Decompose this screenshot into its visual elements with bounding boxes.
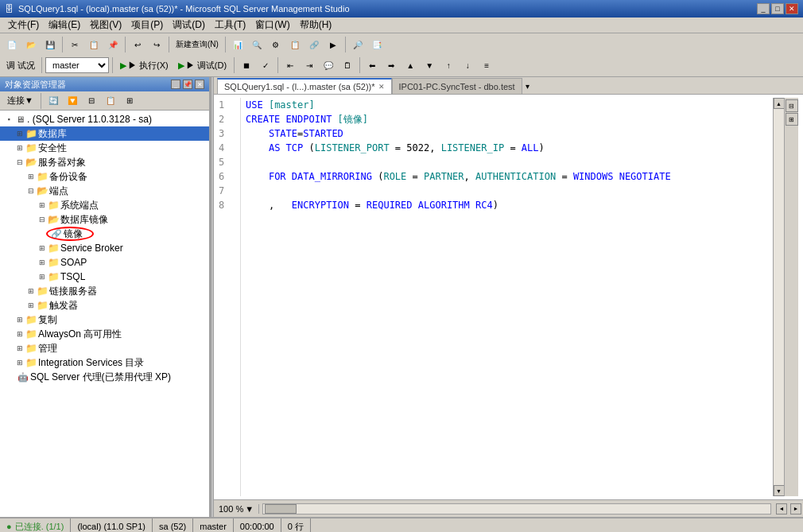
tab-query1[interactable]: SQLQuery1.sql - (l...).master (sa (52))*…: [217, 78, 392, 94]
tree-server-root[interactable]: ▪ 🖥 . (SQL Server 11.0.3128 - sa): [0, 112, 209, 126]
move-down[interactable]: ▼: [421, 56, 438, 74]
tree-item-mirror[interactable]: 🔗 镜像: [0, 227, 209, 241]
editor-scrollbar-v[interactable]: ▲ ▼: [773, 98, 784, 496]
h-scroll-right[interactable]: ►: [790, 503, 801, 515]
right-btn-2[interactable]: ⊞: [786, 113, 798, 126]
user-info: sa (52): [159, 522, 186, 531]
window-controls[interactable]: _ □ ✕: [757, 3, 798, 14]
tree-item-linked-servers[interactable]: ⊞ 📁 链接服务器: [0, 284, 209, 298]
align-left[interactable]: ⬅: [363, 56, 381, 74]
property-button[interactable]: 📋: [102, 92, 119, 110]
database-dropdown[interactable]: master: [45, 57, 109, 73]
alwayson-label: AlwaysOn 高可用性: [38, 328, 122, 341]
tree-item-server-objects[interactable]: ⊟ 📂 服务器对象: [0, 155, 209, 169]
uncomment-button[interactable]: 🗒: [339, 56, 356, 74]
tree-item-replication[interactable]: ⊞ 📁 复制: [0, 313, 209, 327]
editor-right-buttons: ⊟ ⊞: [784, 98, 798, 496]
maximize-button[interactable]: □: [771, 3, 784, 14]
expand-button[interactable]: ⊞: [121, 92, 138, 110]
menu-tools[interactable]: 工具(T): [210, 17, 250, 33]
sql-editor[interactable]: 1 2 3 4 5 6 7 8 USE [master] CREATE ENDP…: [214, 95, 803, 499]
horizontal-scrollbar[interactable]: [262, 503, 771, 515]
tree-item-management[interactable]: ⊞ 📁 管理: [0, 341, 209, 355]
toolbar-btn-10[interactable]: ▶: [324, 36, 342, 53]
sql-content[interactable]: USE [master] CREATE ENDPOINT [镜像] STATE=…: [246, 98, 773, 496]
toolbar-btn-5[interactable]: 📊: [229, 36, 246, 53]
panel-pin[interactable]: 📌: [183, 80, 192, 89]
align-right[interactable]: ➡: [382, 56, 400, 74]
toolbar-label-sql: 调 试况: [3, 60, 38, 72]
redo-button[interactable]: ↪: [148, 36, 165, 53]
tree-item-security[interactable]: ⊞ 📁 安全性: [0, 141, 209, 155]
tree-item-backup[interactable]: ⊞ 📁 备份设备: [0, 169, 209, 184]
menu-debug[interactable]: 调试(D): [168, 17, 210, 33]
debug-button[interactable]: ▶ ▶ 调试(D): [174, 56, 231, 74]
tab-more-button[interactable]: ▾: [522, 78, 533, 94]
copy-button[interactable]: 📋: [85, 36, 103, 53]
tab-synctest[interactable]: IPC01-PC.SyncTest - dbo.test: [392, 78, 522, 94]
indent-left[interactable]: ⇤: [281, 56, 299, 74]
expand-security-icon: ⊞: [14, 142, 25, 153]
close-button[interactable]: ✕: [786, 3, 798, 14]
tree-item-db-mirror[interactable]: ⊟ 📂 数据库镜像: [0, 212, 209, 227]
toolbar-btn-6[interactable]: 🔍: [248, 36, 266, 53]
indent-right[interactable]: ⇥: [301, 56, 318, 74]
tree-item-tsql[interactable]: ⊞ 📁 TSQL: [0, 270, 209, 284]
menu-window[interactable]: 窗口(W): [250, 17, 294, 33]
paste-button[interactable]: 📌: [104, 36, 122, 53]
toolbar-btn-7[interactable]: ⚙: [267, 36, 285, 53]
menu-view[interactable]: 视图(V): [85, 17, 126, 33]
refresh-tree-button[interactable]: 🔄: [45, 92, 62, 110]
scroll-up-button[interactable]: ▲: [774, 98, 785, 109]
tree-item-service-broker[interactable]: ⊞ 📁 Service Broker: [0, 241, 209, 255]
new-query-button[interactable]: 新建查询(N): [173, 36, 222, 53]
menu-help[interactable]: 帮助(H): [295, 17, 337, 33]
collapse-button[interactable]: ⊟: [83, 92, 100, 110]
panel-minimize[interactable]: _: [171, 80, 180, 89]
tree-item-databases[interactable]: ⊞ 📁 数据库: [0, 126, 209, 141]
cut-button[interactable]: ✂: [66, 36, 83, 53]
undo-button[interactable]: ↩: [129, 36, 146, 53]
menu-edit[interactable]: 编辑(E): [44, 17, 85, 33]
execute-button[interactable]: ▶ ▶ 执行(X): [116, 56, 173, 74]
tree-item-soap[interactable]: ⊞ 📁 SOAP: [0, 255, 209, 270]
h-scroll-left[interactable]: ◄: [776, 503, 787, 515]
filter-button[interactable]: 🔽: [64, 92, 81, 110]
tree-item-system-endpoints[interactable]: ⊞ 📁 系统端点: [0, 198, 209, 212]
new-button[interactable]: 📄: [3, 36, 21, 53]
panel-close[interactable]: ✕: [195, 80, 204, 89]
extra-btn[interactable]: ≡: [478, 56, 495, 74]
menu-file[interactable]: 文件(F): [3, 17, 44, 33]
save-button[interactable]: 💾: [41, 36, 59, 53]
toolbar-btn-12[interactable]: 📑: [368, 36, 386, 53]
toolbar-btn-9[interactable]: 🔗: [305, 36, 323, 53]
stop-button[interactable]: ⏹: [238, 56, 255, 74]
separator-2: [125, 37, 126, 52]
move-up[interactable]: ▲: [402, 56, 419, 74]
toolbar-btn-11[interactable]: 🔎: [349, 36, 367, 53]
panel-controls[interactable]: _ 📌 ✕: [171, 80, 204, 89]
toolbar-btn-8[interactable]: 📋: [286, 36, 304, 53]
sort-desc[interactable]: ↓: [459, 56, 476, 74]
scroll-track[interactable]: [774, 109, 785, 485]
comment-button[interactable]: 💬: [320, 56, 337, 74]
scroll-down-button[interactable]: ▼: [774, 485, 785, 496]
open-button[interactable]: 📂: [22, 36, 40, 53]
tab-query1-close[interactable]: ✕: [378, 83, 385, 91]
sort-asc[interactable]: ↑: [440, 56, 457, 74]
zoom-dropdown[interactable]: ▼: [245, 504, 254, 514]
minimize-button[interactable]: _: [757, 3, 770, 14]
tree-item-alwayson[interactable]: ⊞ 📁 AlwaysOn 高可用性: [0, 327, 209, 341]
system-ep-label: 系统端点: [60, 199, 99, 212]
backup-folder-icon: 📁: [37, 171, 48, 182]
connect-button[interactable]: 连接▼: [3, 92, 37, 110]
check-button[interactable]: ✓: [257, 56, 274, 74]
linked-folder-icon: 📁: [37, 285, 48, 297]
tree-item-sqlagent[interactable]: 🤖 SQL Server 代理(已禁用代理 XP): [0, 370, 209, 384]
tree-item-endpoints[interactable]: ⊟ 📂 端点: [0, 184, 209, 198]
tree-item-triggers[interactable]: ⊞ 📁 触发器: [0, 298, 209, 313]
h-scroll-thumb[interactable]: [265, 504, 297, 514]
right-btn-1[interactable]: ⊟: [786, 99, 798, 112]
menu-project[interactable]: 项目(P): [126, 17, 168, 33]
tree-item-integration[interactable]: ⊞ 📁 Integration Services 目录: [0, 355, 209, 370]
